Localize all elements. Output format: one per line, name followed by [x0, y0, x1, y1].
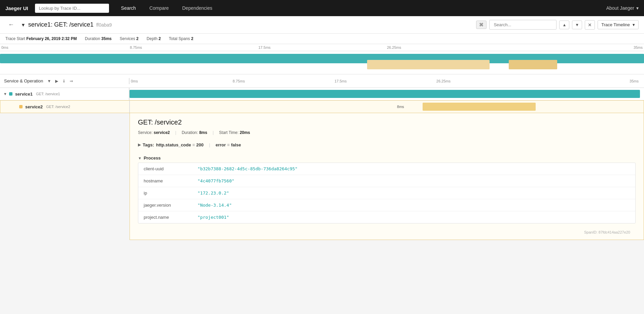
view-selector[interactable]: Trace Timeline ▾: [598, 20, 639, 29]
nav-compare[interactable]: Compare: [143, 0, 176, 16]
tags-section: ▶ Tags: http.status_code = 200 | error =…: [138, 140, 636, 149]
overview-yellow-bar2: [509, 60, 557, 69]
tick-2: 17.5ms: [257, 45, 386, 49]
tags-chevron-icon: ▶: [138, 143, 141, 147]
service-operation-label: Service & Operation: [4, 78, 43, 83]
span-op-service2: GET: /service2: [46, 105, 70, 109]
expand-one-button[interactable]: ▶: [54, 78, 60, 84]
overview-bars[interactable]: [0, 51, 644, 71]
search-prev-button[interactable]: ▲: [559, 21, 569, 29]
tags-label: Tags:: [143, 142, 154, 147]
process-row-4: project.name "project001": [138, 211, 635, 223]
view-selector-chevron-icon: ▾: [633, 22, 635, 27]
span-left-service1: ▼ service1 GET: /service1: [0, 88, 130, 100]
span-right-service2: 8ms: [130, 101, 644, 113]
header-tick-2: 17.5ms: [333, 79, 435, 83]
chevron-down-icon: ▾: [636, 5, 639, 11]
expand-controls: ▼ ▶ ⇓ ⇒: [46, 78, 74, 84]
timeline-overview-ruler: 0ms 8.75ms 17.5ms 26.25ms 35ms: [0, 44, 644, 51]
span-gold-bar-service2: [423, 103, 536, 111]
process-chevron-icon: ▼: [138, 156, 142, 160]
trace-chevron-icon: ▼: [21, 22, 26, 28]
spans-header-left: Service & Operation ▼ ▶ ⇓ ⇒: [0, 78, 130, 84]
trace-title-area: ▼ service1: GET: /service1 ff0aba9: [21, 21, 472, 28]
trace-header: ← ▼ service1: GET: /service1 ff0aba9 ⌘ ▲…: [0, 16, 644, 34]
spans-header-row: Service & Operation ▼ ▶ ⇓ ⇒ 0ms 8.75ms 1…: [0, 74, 644, 88]
span-op-service1: GET: /service1: [36, 92, 60, 96]
search-next-button[interactable]: ▼: [572, 21, 582, 29]
collapse-all-button[interactable]: ▼: [46, 78, 52, 84]
tick-3: 26.25ms: [386, 45, 514, 49]
tags-section-header[interactable]: ▶ Tags: http.status_code = 200 | error =…: [138, 140, 636, 149]
trace-title: service1: GET: /service1: [28, 21, 94, 28]
span-row-service1[interactable]: ▼ service1 GET: /service1: [0, 88, 644, 100]
spans-header-right: 0ms 8.75ms 17.5ms 26.25ms 35ms: [130, 79, 644, 83]
span-bar-service2: 8ms: [130, 103, 644, 111]
back-button[interactable]: ←: [5, 20, 17, 30]
span-duration-label-service2: 8ms: [397, 105, 404, 109]
tag-item-1: error = false: [216, 142, 241, 147]
tick-0: 0ms: [0, 45, 129, 49]
search-close-button[interactable]: ✕: [585, 20, 595, 30]
process-row-2: ip "172.23.0.2": [138, 187, 635, 199]
trace-services: Services 2: [120, 36, 139, 41]
trace-total-spans: Total Spans 2: [169, 36, 193, 41]
collapse-deep-button[interactable]: ⇓: [61, 78, 67, 84]
span-color-service1: [9, 92, 12, 96]
header-tick-3: 26.25ms: [435, 79, 537, 83]
header-tick-1: 8.75ms: [231, 79, 333, 83]
top-nav: Jaeger UI Search Compare Dependencies Ab…: [0, 0, 644, 16]
kbd-shortcut-icon: ⌘: [476, 21, 487, 29]
span-service-name-service1: service1: [15, 92, 33, 97]
detail-duration: Duration: 8ms: [182, 130, 207, 135]
span-toggle-service1[interactable]: ▼: [3, 92, 8, 96]
process-table: client-uuid "b32b7388-2682-4d5c-85db-736…: [138, 163, 636, 223]
span-row-service2[interactable]: service2 GET: /service2 8ms: [0, 100, 644, 113]
trace-start: Trace Start February 26, 2019 2:32 PM: [5, 36, 77, 41]
trace-depth: Depth 2: [147, 36, 161, 41]
nav-search[interactable]: Search: [114, 0, 143, 16]
header-tick-4: 35ms: [537, 79, 644, 83]
timeline-overview: 0ms 8.75ms 17.5ms 26.25ms 35ms: [0, 44, 644, 74]
nav-links: Search Compare Dependencies: [114, 0, 219, 16]
tag-item-0: http.status_code = 200: [156, 142, 204, 147]
process-row-0: client-uuid "b32b7388-2682-4d5c-85db-736…: [138, 163, 635, 175]
trace-meta-bar: Trace Start February 26, 2019 2:32 PM Du…: [0, 34, 644, 44]
nav-dependencies[interactable]: Dependencies: [176, 0, 219, 16]
tick-4: 35ms: [514, 45, 644, 49]
header-tick-0: 0ms: [130, 79, 231, 83]
brand-logo: Jaeger UI: [5, 5, 28, 11]
process-row-1: hostname "4c4077fb7560": [138, 175, 635, 187]
detail-start-time: Start Time: 20ms: [219, 130, 250, 135]
process-section-header[interactable]: ▼ Process: [138, 153, 636, 163]
view-selector-label: Trace Timeline: [601, 22, 630, 27]
span-right-service1: [130, 88, 644, 100]
process-section: ▼ Process client-uuid "b32b7388-2682-4d5…: [138, 153, 636, 223]
overview-yellow-bar: [367, 60, 490, 69]
span-detail-panel: GET: /service2 Service: service2 | Durat…: [130, 113, 644, 240]
span-bar-service1: [130, 90, 644, 98]
process-label: Process: [144, 155, 161, 161]
span-teal-bar-service1: [130, 90, 640, 98]
span-service-name-service2: service2: [25, 104, 43, 109]
span-color-service2: [19, 105, 23, 108]
trace-lookup-input[interactable]: [35, 4, 109, 13]
tick-1: 8.75ms: [129, 45, 257, 49]
process-row-3: jaeger.version "Node-3.14.4": [138, 199, 635, 211]
about-jaeger[interactable]: About Jaeger ▾: [606, 5, 639, 11]
trace-search-input[interactable]: [489, 20, 557, 30]
tags-inline: http.status_code = 200 | error = false: [156, 142, 241, 147]
span-left-service2: service2 GET: /service2: [0, 101, 130, 113]
detail-service: Service: service2: [138, 130, 170, 135]
detail-meta: Service: service2 | Duration: 8ms | Star…: [138, 130, 636, 135]
header-search-area: ⌘ ▲ ▼ ✕ Trace Timeline ▾: [476, 20, 639, 30]
trace-id: ff0aba9: [96, 22, 112, 28]
detail-title: GET: /service2: [138, 118, 636, 126]
trace-duration: Duration 35ms: [85, 36, 111, 41]
expand-deep-button[interactable]: ⇒: [68, 78, 74, 84]
span-id-footer: SpanID: 87fdc414aa227e20: [138, 228, 636, 234]
